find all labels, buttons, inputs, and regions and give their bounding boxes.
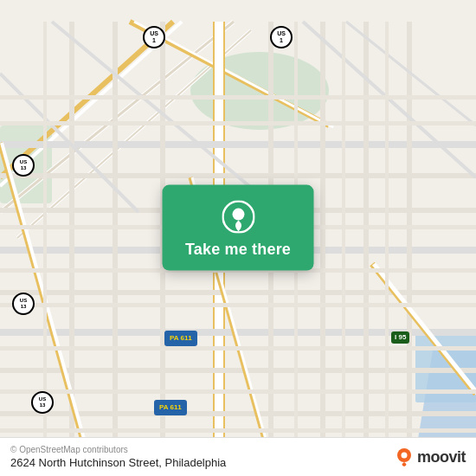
- map-container: US1 US1 US13 US13 US13 PA 611 PA 611 PA …: [0, 0, 476, 476]
- location-pin-icon: [222, 201, 254, 234]
- badge-us13-bottom-left: US13: [12, 293, 35, 315]
- svg-rect-47: [0, 303, 476, 307]
- moovit-logo-text: moovit: [417, 448, 466, 466]
- bottom-bar: © OpenStreetMap contributors 2624 North …: [0, 437, 476, 476]
- bottom-bar-info: © OpenStreetMap contributors 2624 North …: [10, 445, 226, 469]
- svg-point-54: [401, 453, 407, 459]
- svg-rect-44: [0, 121, 476, 125]
- badge-us13-left: US13: [12, 154, 35, 177]
- svg-rect-43: [0, 95, 476, 100]
- badge-pa611-bottom: PA 611: [164, 331, 197, 346]
- badge-us13-bottom: US13: [31, 391, 54, 414]
- popup-label: Take me there: [185, 241, 291, 259]
- take-me-there-popup[interactable]: Take me there: [163, 185, 314, 271]
- moovit-logo: moovit: [395, 447, 466, 466]
- osm-attribution: © OpenStreetMap contributors: [10, 445, 226, 454]
- moovit-pin-icon: [395, 447, 414, 466]
- svg-point-52: [232, 209, 244, 221]
- badge-us1-top-left: US1: [143, 26, 165, 48]
- badge-us1-top-right: US1: [270, 26, 293, 48]
- svg-rect-49: [0, 389, 476, 394]
- badge-i95: I 95: [391, 331, 409, 344]
- address-text: 2624 North Hutchinson Street, Philadelph…: [10, 456, 226, 469]
- badge-pa611-bottom2: PA 611: [154, 400, 187, 415]
- svg-rect-48: [0, 346, 476, 351]
- svg-rect-50: [0, 428, 476, 433]
